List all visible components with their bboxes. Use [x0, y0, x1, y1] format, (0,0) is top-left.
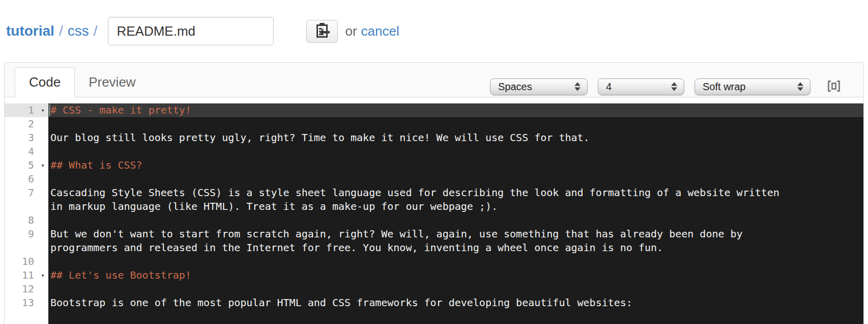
gutter-line-number: 11▾	[5, 268, 48, 282]
file-path-bar: tutorial / css / or cancel	[0, 0, 868, 62]
breadcrumb-separator: /	[54, 23, 68, 39]
code-line[interactable]	[50, 117, 788, 131]
editor-header: Code Preview Spaces 4 Soft wrap	[5, 63, 863, 97]
select-stepper-icon	[671, 83, 677, 91]
breadcrumb: tutorial / css /	[6, 23, 102, 39]
gutter-line-number: 6	[5, 172, 48, 186]
code-line[interactable]: ## Let's use Bootstrap!	[50, 268, 788, 282]
code-line[interactable]	[50, 213, 788, 227]
gutter-line-number: 13	[5, 296, 48, 310]
breadcrumb-repo-link[interactable]: tutorial	[6, 23, 54, 39]
filename-input[interactable]	[108, 17, 274, 45]
gutter-line-number: 5▾	[5, 158, 48, 172]
code-editor: 1▾ 2 3 4 5▾ 6 7 8 9 10 11▾ 12 13 # CSS -…	[5, 97, 863, 324]
clipboard-arrow-icon	[314, 22, 330, 40]
indent-mode-select[interactable]: Spaces	[490, 78, 588, 95]
wrap-mode-value: Soft wrap	[703, 81, 745, 93]
breadcrumb-separator: /	[89, 23, 102, 39]
code-line[interactable]: Our blog still looks pretty ugly, right?…	[50, 131, 788, 145]
gutter-line-number: 8	[5, 213, 48, 227]
code-line[interactable]: Cascading Style Sheets (CSS) is a style …	[50, 186, 788, 213]
gutter-line-number: 10	[5, 255, 48, 268]
code-line[interactable]: # CSS - make it pretty!	[50, 103, 788, 117]
gutter-line-number: 1▾	[5, 103, 48, 117]
gutter-line-number: 4	[5, 145, 48, 158]
or-text: or	[345, 23, 357, 39]
code-line[interactable]: ## What is CSS?	[50, 158, 788, 172]
gutter-line-number: 12	[5, 282, 48, 296]
select-stepper-icon	[797, 83, 803, 91]
tab-preview[interactable]: Preview	[75, 68, 149, 97]
code-line[interactable]	[50, 255, 788, 268]
fold-arrow-icon[interactable]: ▾	[41, 268, 45, 282]
gutter-line-number: 2	[5, 117, 48, 131]
code-text-area[interactable]: # CSS - make it pretty! Our blog still l…	[48, 103, 863, 324]
fullscreen-button[interactable]	[827, 80, 841, 94]
code-line[interactable]: But we don't want to start from scratch …	[50, 227, 788, 255]
fold-arrow-icon[interactable]: ▾	[41, 158, 45, 172]
fold-arrow-icon[interactable]: ▾	[41, 103, 45, 117]
editor-tabs: Code Preview	[5, 63, 150, 97]
editor-gutter: 1▾ 2 3 4 5▾ 6 7 8 9 10 11▾ 12 13	[5, 103, 48, 324]
code-line[interactable]	[50, 172, 788, 186]
gutter-line-number: 7	[5, 186, 48, 213]
tab-code[interactable]: Code	[15, 67, 75, 97]
gutter-line-number: 3	[5, 131, 48, 145]
indent-width-value: 4	[606, 81, 612, 93]
wrap-mode-select[interactable]: Soft wrap	[695, 78, 811, 95]
code-line[interactable]: Bootstrap is one of the most popular HTM…	[50, 296, 788, 310]
indent-mode-value: Spaces	[498, 81, 532, 93]
editor-controls: Spaces 4 Soft wrap	[490, 78, 863, 95]
code-line[interactable]	[50, 282, 788, 296]
select-stepper-icon	[574, 83, 581, 91]
code-line[interactable]	[50, 145, 788, 158]
text-cursor	[49, 104, 50, 116]
gutter-line-number: 9	[5, 227, 48, 255]
indent-width-select[interactable]: 4	[598, 78, 684, 95]
cancel-link[interactable]: cancel	[361, 23, 399, 39]
breadcrumb-dir-link[interactable]: css	[68, 23, 89, 39]
commit-changes-button[interactable]	[306, 20, 338, 43]
file-editor-panel: Code Preview Spaces 4 Soft wrap	[4, 62, 864, 324]
screen-full-icon	[827, 80, 841, 94]
